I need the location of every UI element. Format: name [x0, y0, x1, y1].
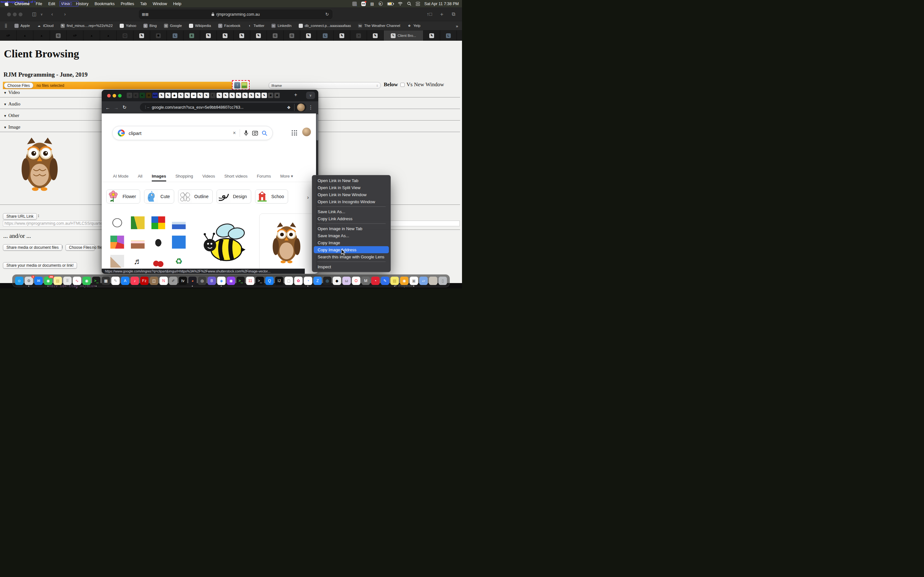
- chrome-pinned-tab[interactable]: ✎: [159, 93, 164, 98]
- bookmark-item[interactable]: W Wikipedia: [189, 24, 211, 28]
- result-image-bee[interactable]: [192, 213, 258, 269]
- minimize-window-button[interactable]: [113, 94, 116, 97]
- meeter-icon[interactable]: mk: [361, 2, 366, 6]
- chrome-pinned-tab[interactable]: ✎: [236, 93, 241, 98]
- chrome-pinned-tab[interactable]: ✎: [223, 93, 228, 98]
- safari-pinned-tab[interactable]: ✎: [300, 31, 317, 41]
- chrome-pinned-tab[interactable]: ✎: [204, 93, 209, 98]
- menu-help[interactable]: Help: [173, 2, 182, 6]
- safari-pinned-tab[interactable]: ✎: [423, 31, 440, 41]
- dock-app[interactable]: ▤: [53, 277, 62, 285]
- tab-overview-icon[interactable]: ▩▩: [142, 12, 149, 16]
- chrome-pinned-tab[interactable]: ◉: [172, 93, 177, 98]
- chip-design[interactable]: Design: [216, 189, 251, 203]
- chrome-pinned-tab[interactable]: ✎: [197, 93, 203, 98]
- menu-profiles[interactable]: Profiles: [121, 2, 134, 6]
- tab-ai-mode[interactable]: AI Mode: [113, 174, 128, 179]
- dock-app[interactable]: ◉: [227, 277, 235, 285]
- bookmarks-overflow-icon[interactable]: »: [456, 24, 458, 29]
- dock-app[interactable]: ◔: [304, 277, 312, 285]
- dock-app[interactable]: ✐: [169, 277, 178, 285]
- bookmark-item[interactable]: ✿ Yelp: [407, 24, 420, 28]
- owl-clipart-image[interactable]: [21, 137, 58, 192]
- chrome-pinned-tab[interactable]: ✎: [255, 93, 260, 98]
- apps-grid-icon[interactable]: ⣿: [5, 23, 7, 28]
- dock-app[interactable]: ⠿: [63, 277, 71, 285]
- new-tab-button[interactable]: +: [294, 92, 297, 98]
- safari-pinned-tab[interactable]: ◑: [351, 31, 367, 41]
- chrome-pinned-tab[interactable]: ☺: [127, 93, 132, 98]
- menu-tab[interactable]: Tab: [140, 2, 147, 6]
- tab-all[interactable]: All: [137, 174, 142, 179]
- close-window-button[interactable]: [107, 94, 111, 97]
- mic-icon[interactable]: [244, 130, 248, 136]
- dock-app[interactable]: ⚙ 3: [25, 277, 33, 285]
- dock-app[interactable]: ◈: [217, 277, 226, 285]
- chrome-pinned-tab[interactable]: K: [140, 93, 145, 98]
- chrome-pinned-tab[interactable]: ☾: [210, 93, 216, 98]
- chrome-pinned-tab[interactable]: ✎: [242, 93, 248, 98]
- chip-cute[interactable]: Cute: [144, 189, 174, 203]
- chrome-pinned-tab[interactable]: M: [191, 93, 196, 98]
- play-circle-icon[interactable]: ▶: [379, 2, 383, 6]
- lens-icon[interactable]: [252, 131, 258, 135]
- vs-new-window-checkbox[interactable]: [401, 83, 405, 87]
- forward-icon[interactable]: ›: [64, 11, 66, 17]
- reload-icon[interactable]: ↻: [325, 12, 329, 17]
- search-box[interactable]: clipart ×: [112, 126, 273, 140]
- safari-pinned-tab[interactable]: L: [440, 31, 457, 41]
- menu-edit[interactable]: Edit: [48, 2, 55, 6]
- chevron-down-icon[interactable]: ∨: [40, 13, 43, 16]
- menu-item-open-link-new-tab[interactable]: Open Link in New Tab: [314, 177, 389, 184]
- bookmark-item[interactable]: tw The Weather Channel: [358, 24, 400, 28]
- safari-pinned-tab[interactable]: G: [284, 31, 300, 41]
- safari-pinned-tab[interactable]: G: [50, 31, 67, 41]
- dock-app[interactable]: A: [121, 277, 129, 285]
- sidebar-icon[interactable]: ◫: [32, 11, 37, 17]
- dock-app[interactable]: tv: [179, 277, 187, 285]
- dock-app[interactable]: >_: [236, 277, 245, 285]
- dock-app[interactable]: ✉: [34, 277, 43, 285]
- safari-pinned-tab[interactable]: ✎: [367, 31, 384, 41]
- bookmark-item[interactable]: ✎ find_minus....rep+%22s%22: [61, 24, 113, 28]
- safari-pinned-tab[interactable]: ▲: [83, 31, 100, 41]
- safari-pinned-tab[interactable]: L: [167, 31, 184, 41]
- back-icon[interactable]: ‹: [51, 11, 53, 17]
- dock-app[interactable]: ♪: [131, 277, 139, 285]
- dock-app[interactable]: ◉: [400, 277, 409, 285]
- chrome-pinned-tab[interactable]: C: [133, 93, 139, 98]
- safari-pinned-tab[interactable]: ▲: [100, 31, 117, 41]
- dock-app[interactable]: ▱: [419, 277, 428, 285]
- dock-app[interactable]: ◎: [198, 277, 206, 285]
- tab-search-chevron-button[interactable]: ∨: [306, 92, 315, 99]
- dock-app[interactable]: ▦: [102, 277, 110, 285]
- dock-app[interactable]: ◉: [82, 277, 91, 285]
- window-list-icon[interactable]: ▤: [370, 2, 374, 6]
- chip-school[interactable]: Schoo: [255, 189, 288, 203]
- dock-app[interactable]: ◎: [323, 277, 331, 285]
- chrome-pinned-tab[interactable]: ✎: [229, 93, 235, 98]
- safari-pinned-tab[interactable]: ▢: [117, 31, 134, 41]
- dock-app[interactable]: N: [160, 277, 168, 285]
- menu-item-copy-image[interactable]: Copy Image: [314, 239, 389, 246]
- safari-pinned-tab[interactable]: ✎: [134, 31, 150, 41]
- share-icon[interactable]: ↑□: [427, 11, 432, 17]
- result-image-wikipedia[interactable]: ♬ ♻: [107, 213, 189, 269]
- dock-app[interactable]: Fz: [140, 277, 149, 285]
- tab-shopping[interactable]: Shopping: [176, 174, 193, 179]
- chrome-titlebar[interactable]: ☺ C K ⊙ brit ✎ ✎ ◉ ✎ ✎: [102, 90, 318, 101]
- iframe-select[interactable]: Iframe ↕: [268, 82, 381, 89]
- chrome-pinned-tab[interactable]: ⊙: [146, 93, 152, 98]
- scrollbar-thumb[interactable]: [317, 114, 318, 140]
- menubar-clock[interactable]: Sat Apr 11 7:38 PM: [425, 2, 459, 6]
- safari-pinned-tab[interactable]: ✎: [200, 31, 217, 41]
- dock-app[interactable]: ✎: [111, 277, 120, 285]
- dock-app[interactable]: ◔: [371, 277, 380, 285]
- dock-app[interactable]: ◫: [150, 277, 158, 285]
- share-url-link-button[interactable]: Share URL Link: [3, 213, 37, 219]
- tab-short-videos[interactable]: Short videos: [224, 174, 247, 179]
- safari-pinned-tab[interactable]: ✎: [217, 31, 234, 41]
- zoom-window-button[interactable]: [19, 13, 23, 16]
- bookmark-item[interactable]: t Twitter: [247, 24, 264, 28]
- dock-app[interactable]: ▤: [391, 277, 399, 285]
